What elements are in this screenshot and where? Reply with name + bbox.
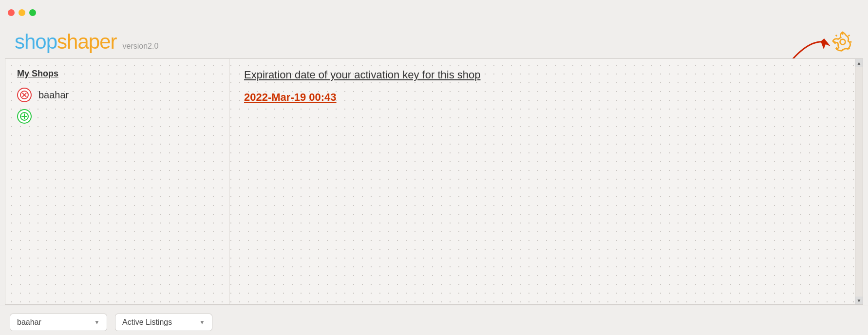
my-shops-title: My Shops	[17, 69, 58, 79]
svg-marker-0	[821, 38, 830, 49]
remove-shop-button[interactable]	[17, 88, 32, 102]
expiration-panel: Expiration date of your activation key f…	[229, 59, 863, 304]
title-bar	[0, 0, 868, 25]
plus-circle-icon	[20, 112, 29, 121]
header: shopshaperversion2.0	[0, 25, 868, 58]
window-controls	[8, 9, 36, 16]
listing-dropdown-arrow-icon: ▼	[199, 319, 205, 326]
x-circle-icon	[20, 91, 29, 99]
add-shop-row	[17, 109, 217, 124]
expiration-label: Expiration date of your activation key f…	[244, 69, 848, 81]
gear-icon	[832, 31, 853, 53]
listing-type-value: Active Listings	[122, 318, 195, 327]
settings-button[interactable]	[832, 31, 853, 53]
svg-point-1	[840, 39, 846, 45]
shop-selector-value: baahar	[17, 318, 90, 327]
minimize-button[interactable]	[19, 9, 25, 16]
maximize-button[interactable]	[29, 9, 36, 16]
app-logo: shopshaperversion2.0	[15, 30, 158, 54]
add-shop-button[interactable]	[17, 109, 32, 124]
shop-item: baahar	[17, 88, 217, 102]
shop-selector-dropdown[interactable]: baahar ▼	[10, 314, 107, 331]
listing-type-dropdown[interactable]: Active Listings ▼	[115, 314, 212, 331]
main-content: My Shops baahar Ex	[5, 58, 863, 305]
app-version: version2.0	[123, 42, 159, 51]
shops-panel: My Shops baahar	[5, 59, 229, 304]
expiration-date: 2022-Mar-19 00:43	[244, 91, 848, 104]
close-button[interactable]	[8, 9, 15, 16]
logo-shaper-text: shaper	[57, 30, 116, 54]
shop-dropdown-arrow-icon: ▼	[94, 319, 100, 326]
shop-name: baahar	[38, 90, 69, 101]
logo-shop-text: shop	[15, 30, 57, 54]
bottom-toolbar: baahar ▼ Active Listings ▼	[0, 305, 868, 335]
